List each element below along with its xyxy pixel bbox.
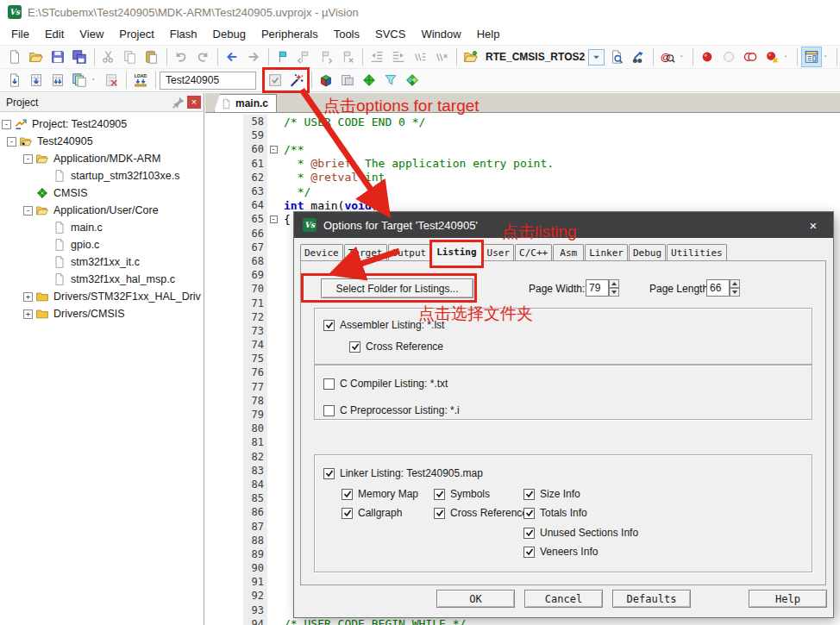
at-search-icon[interactable]: @ [657,47,678,67]
fold-minus-icon[interactable]: - [270,216,278,223]
defaults-button[interactable]: Defaults [612,590,691,608]
load-icon[interactable]: LOAD [130,70,151,91]
bookmark-clear-icon[interactable] [337,47,358,67]
checkbox-checked[interactable] [523,489,535,500]
tree-item[interactable]: gpio.c [0,236,204,253]
checkbox-checked[interactable] [323,320,335,331]
uncomment-icon[interactable] [431,47,452,67]
batch-build-icon[interactable] [69,70,90,91]
checkbox-checked[interactable] [523,508,535,519]
menu-project[interactable]: Project [111,25,161,43]
save-icon[interactable] [47,47,68,67]
menu-svcs[interactable]: SVCS [367,25,413,43]
tree-item[interactable]: stm32f1xx_it.c [0,253,204,271]
checkbox-checked[interactable] [342,508,353,519]
caret-icon[interactable] [91,70,100,91]
cut-icon[interactable] [98,47,119,67]
dialog-tab-linker[interactable]: Linker [585,244,628,261]
caret-icon[interactable] [783,47,793,67]
paste-icon[interactable] [141,47,162,67]
page-length-input[interactable]: 66 [706,279,730,297]
lookup-icon[interactable] [628,47,649,67]
dialog-tab-cc[interactable]: C/C++ [515,244,552,261]
checkbox-checked[interactable] [434,489,445,500]
dialog-tab-output[interactable]: Output [388,244,431,261]
page-width-input[interactable]: 79 [586,279,609,297]
tree-expander[interactable]: - [7,137,16,147]
breakpoint-kill-icon[interactable] [762,47,782,67]
help-button[interactable]: Help [749,590,827,608]
dialog-tab-debug[interactable]: Debug [629,244,666,261]
dialog-tab-utilities[interactable]: Utilities [667,244,727,261]
menu-file[interactable]: File [3,25,37,43]
tree-item[interactable]: -Application/MDK-ARM [0,150,204,167]
rte-folder-icon[interactable] [461,47,481,67]
fold-minus-icon[interactable]: - [270,146,278,153]
bookmark-prev-icon[interactable] [294,47,315,67]
translate-icon[interactable] [4,70,25,91]
menu-edit[interactable]: Edit [37,25,72,43]
linker-checkbox[interactable]: Size Info [523,488,580,500]
bookmark-icon[interactable] [273,47,293,67]
indent-less-icon[interactable] [367,47,387,67]
ok-button[interactable]: OK [436,590,515,608]
linker-checkbox[interactable]: Callgraph [342,507,402,519]
menu-peripherals[interactable]: Peripherals [254,25,326,43]
breakpoint-toggle-icon[interactable] [697,47,718,67]
indent-more-icon[interactable] [388,47,409,67]
caret-icon[interactable] [679,47,688,67]
bookmark-next-icon[interactable] [316,47,336,67]
checkbox-checked[interactable] [523,547,535,558]
pages-icon[interactable] [337,70,358,91]
options-for-target-wand-icon[interactable] [286,70,307,91]
linker-checkbox[interactable]: Linker Listing: Test240905.map [323,467,483,479]
checkbox-checked[interactable] [434,508,445,519]
find-in-doc-icon[interactable] [606,47,627,67]
fold-margin[interactable]: - [267,212,279,226]
dialog-tab-device[interactable]: Device [300,244,343,261]
linker-checkbox[interactable]: Totals Info [523,507,587,519]
build-icon[interactable] [26,70,47,91]
linker-checkbox[interactable]: Cross Reference [434,507,528,519]
window-layout-icon[interactable] [801,47,822,67]
linker-checkbox[interactable]: Veneers Info [523,546,598,558]
caret-icon[interactable] [823,47,832,67]
linker-checkbox[interactable]: Memory Map [342,488,418,500]
save-all-icon[interactable] [69,47,90,67]
menu-flash[interactable]: Flash [162,25,205,43]
tree-expander[interactable]: + [23,309,33,319]
checkbox-checked[interactable] [323,468,335,479]
comment-icon[interactable] [410,47,430,67]
menu-view[interactable]: View [72,25,111,43]
page-width-spinner[interactable] [609,279,619,297]
open-folder-icon[interactable] [26,47,47,67]
diamond-multi-icon[interactable] [402,70,423,91]
dialog-tab-listing[interactable]: Listing [431,241,481,261]
tree-expander[interactable]: + [23,292,33,302]
menu-tools[interactable]: Tools [326,25,367,43]
target-options-check-icon[interactable] [265,70,285,91]
new-file-icon[interactable] [4,47,25,67]
breakpoint-enable-icon[interactable] [718,47,739,67]
select-folder-for-listings-button[interactable]: Select Folder for Listings... [321,278,473,298]
checkbox-checked[interactable] [349,341,360,353]
fold-margin[interactable]: - [267,142,279,156]
dropdown-arrow-icon[interactable] [588,49,605,66]
compiler-checkbox[interactable]: C Compiler Listing: *.txt [323,378,448,390]
tree-item[interactable]: -Project: Test240905 [0,116,204,133]
assembler-checkbox[interactable]: Cross Reference [349,341,443,353]
close-icon[interactable]: × [802,215,824,235]
dialog-tab-target[interactable]: Target [344,244,387,261]
tree-item[interactable]: +Drivers/CMSIS [0,305,204,322]
manage-rte-icon[interactable] [316,70,336,91]
compiler-checkbox[interactable]: C Preprocessor Listing: *.i [323,404,460,416]
tree-expander[interactable]: - [23,206,33,216]
nav-back-icon[interactable] [222,47,242,67]
linker-checkbox[interactable]: Unused Sections Info [523,527,638,539]
cancel-button[interactable]: Cancel [524,590,603,608]
copy-icon[interactable] [120,47,141,67]
funnel-icon[interactable] [380,70,401,91]
checkbox-checked[interactable] [523,528,535,539]
dialog-tab-user[interactable]: User [483,244,515,261]
close-panel-icon[interactable]: × [187,96,201,109]
